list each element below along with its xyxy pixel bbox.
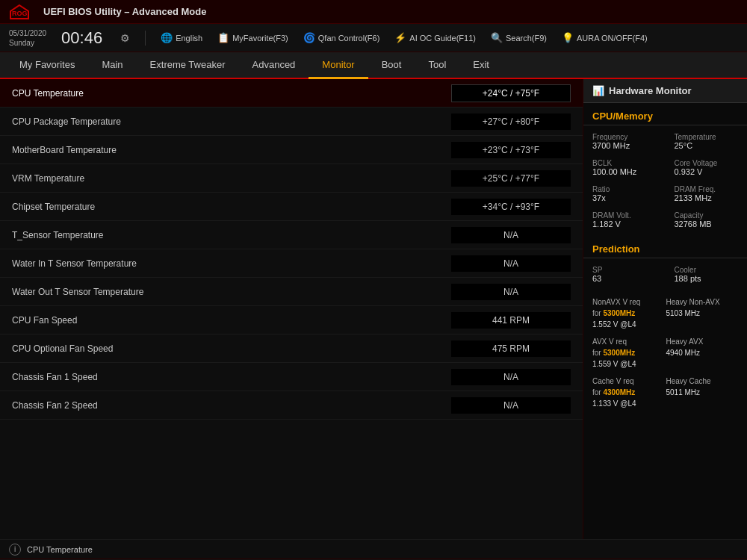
row-label: VRM Temperature bbox=[12, 173, 451, 184]
row-value: N/A bbox=[451, 255, 571, 272]
tab-tool[interactable]: Tool bbox=[415, 52, 459, 79]
hw-cell-value: 100.00 MHz bbox=[592, 167, 657, 176]
pred-side-freq: 4940 MHz bbox=[666, 349, 701, 357]
hw-pred-cell: Cooler188 pts bbox=[666, 261, 748, 287]
tab-main[interactable]: Main bbox=[88, 52, 136, 79]
monitor-row[interactable]: CPU Optional Fan Speed475 RPM bbox=[0, 335, 583, 363]
tab-boot[interactable]: Boot bbox=[368, 52, 415, 79]
hw-cell: DRAM Volt.1.182 V bbox=[583, 207, 666, 233]
aura-label: AURA ON/OFF(F4) bbox=[577, 34, 648, 43]
hw-pred-label: SP bbox=[592, 266, 657, 274]
monitor-row[interactable]: CPU Fan Speed441 RPM bbox=[0, 306, 583, 335]
pred-desc: NonAVX V req bbox=[592, 298, 640, 306]
hw-cell: DRAM Freq.2133 MHz bbox=[666, 181, 748, 207]
tab-my-favorites[interactable]: My Favorites bbox=[6, 52, 88, 79]
bios-title: UEFI BIOS Utility – Advanced Mode bbox=[43, 6, 738, 17]
monitor-row[interactable]: Water Out T Sensor TemperatureN/A bbox=[0, 278, 583, 306]
hw-pred-value: 188 pts bbox=[675, 274, 739, 283]
monitor-panel[interactable]: CPU Temperature+24°C / +75°FCPU Package … bbox=[0, 79, 583, 539]
favorite-icon: 📋 bbox=[217, 32, 229, 43]
info-text: CPU Temperature bbox=[27, 545, 93, 554]
row-value: N/A bbox=[451, 397, 571, 414]
dt-qfan[interactable]: 🌀 Qfan Control(F6) bbox=[303, 32, 380, 43]
rog-logo: ROG bbox=[9, 4, 33, 20]
row-label: Water In T Sensor Temperature bbox=[12, 258, 451, 269]
hw-cell-value: 25°C bbox=[675, 141, 739, 150]
hw-cell-value: 2133 MHz bbox=[675, 193, 739, 202]
pred-freq-label: for bbox=[592, 388, 603, 396]
tab-advanced[interactable]: Advanced bbox=[239, 52, 309, 79]
dt-aioc[interactable]: ⚡ AI OC Guide(F11) bbox=[394, 32, 476, 43]
hw-pred-value: 63 bbox=[592, 274, 657, 283]
monitor-row[interactable]: MotherBoard Temperature+23°C / +73°F bbox=[0, 136, 583, 164]
pred-side-label: Heavy Cache bbox=[666, 377, 711, 385]
row-value: +24°C / +75°F bbox=[451, 84, 571, 102]
row-label: CPU Package Temperature bbox=[12, 116, 451, 127]
globe-icon: 🌐 bbox=[161, 32, 173, 43]
hw-cell-value: 1.182 V bbox=[592, 220, 657, 228]
info-icon[interactable]: i bbox=[9, 544, 21, 556]
time-display: 00:46 bbox=[61, 28, 102, 48]
row-label: Chipset Temperature bbox=[12, 202, 451, 212]
search-icon: 🔍 bbox=[491, 32, 503, 43]
search-label: Search(F9) bbox=[506, 34, 547, 43]
monitor-row[interactable]: Chassis Fan 2 SpeedN/A bbox=[0, 391, 583, 420]
hw-cell: Capacity32768 MB bbox=[666, 207, 748, 233]
settings-icon[interactable]: ⚙ bbox=[120, 32, 130, 44]
monitor-row[interactable]: T_Sensor TemperatureN/A bbox=[0, 221, 583, 249]
pred-side-label: Heavy Non-AVX bbox=[666, 298, 720, 306]
row-value: N/A bbox=[451, 284, 571, 300]
hw-cell-label: BCLK bbox=[592, 159, 657, 167]
pred-voltage: 1.559 V @L4 bbox=[592, 360, 636, 368]
dt-aura[interactable]: 💡 AURA ON/OFF(F4) bbox=[562, 32, 648, 43]
row-label: Water Out T Sensor Temperature bbox=[12, 287, 451, 297]
info-bar: i CPU Temperature bbox=[0, 539, 747, 559]
prediction-advanced: NonAVX V req for 5300MHz 1.552 V @L4 Hea… bbox=[583, 290, 747, 415]
pred-freq: 5300MHz bbox=[603, 309, 635, 317]
tab-exit[interactable]: Exit bbox=[459, 52, 503, 79]
monitor-row[interactable]: Chipset Temperature+34°C / +93°F bbox=[0, 193, 583, 221]
row-label: CPU Temperature bbox=[12, 88, 451, 99]
dt-search[interactable]: 🔍 Search(F9) bbox=[491, 32, 547, 43]
hw-cell: Frequency3700 MHz bbox=[583, 128, 666, 155]
svg-text:ROG: ROG bbox=[12, 10, 28, 17]
hw-cell-label: Capacity bbox=[675, 211, 739, 220]
hw-pred-label: Cooler bbox=[675, 266, 739, 274]
row-value: N/A bbox=[451, 227, 571, 243]
hw-cell: Ratio37x bbox=[583, 181, 666, 207]
pred-freq-label: for bbox=[592, 349, 603, 357]
hw-cell-value: 3700 MHz bbox=[592, 141, 657, 150]
row-value: N/A bbox=[451, 369, 571, 385]
myfavorite-label: MyFavorite(F3) bbox=[232, 34, 288, 43]
prediction-grid: SP63Cooler188 pts bbox=[583, 258, 747, 290]
divider bbox=[145, 31, 146, 46]
hw-pred-advanced-row: NonAVX V req for 5300MHz 1.552 V @L4 Hea… bbox=[583, 293, 747, 333]
day-text: Sunday bbox=[9, 38, 46, 48]
pred-voltage: 1.552 V @L4 bbox=[592, 320, 636, 329]
fan-icon: 🌀 bbox=[303, 32, 315, 43]
monitor-row[interactable]: CPU Temperature+24°C / +75°F bbox=[0, 79, 583, 108]
tab-extreme-tweaker[interactable]: Extreme Tweaker bbox=[137, 52, 239, 79]
hw-pred-advanced-row: Cache V req for 4300MHz 1.133 V @L4 Heav… bbox=[583, 373, 747, 412]
pred-side-freq: 5011 MHz bbox=[666, 388, 701, 396]
dt-myfavorite[interactable]: 📋 MyFavorite(F3) bbox=[217, 32, 288, 43]
hw-cell-value: 32768 MB bbox=[675, 220, 739, 228]
monitor-row[interactable]: CPU Package Temperature+27°C / +80°F bbox=[0, 108, 583, 136]
monitor-row[interactable]: VRM Temperature+25°C / +77°F bbox=[0, 164, 583, 193]
row-label: T_Sensor Temperature bbox=[12, 230, 451, 240]
hw-cell-value: 0.932 V bbox=[675, 167, 739, 176]
pred-desc: AVX V req bbox=[592, 337, 627, 346]
hw-pred-advanced-row: AVX V req for 5300MHz 1.559 V @L4 Heavy … bbox=[583, 333, 747, 373]
hw-cell-label: DRAM Freq. bbox=[675, 185, 739, 193]
row-label: MotherBoard Temperature bbox=[12, 145, 451, 155]
qfan-label: Qfan Control(F6) bbox=[318, 34, 380, 43]
nav-bar: My Favorites Main Extreme Tweaker Advanc… bbox=[0, 52, 747, 79]
monitor-row[interactable]: Chassis Fan 1 SpeedN/A bbox=[0, 363, 583, 391]
tab-monitor[interactable]: Monitor bbox=[309, 52, 368, 79]
monitor-row[interactable]: Water In T Sensor TemperatureN/A bbox=[0, 249, 583, 278]
row-label: Chassis Fan 1 Speed bbox=[12, 372, 451, 382]
row-value: +34°C / +93°F bbox=[451, 199, 571, 215]
language-label: English bbox=[176, 34, 202, 43]
dt-language[interactable]: 🌐 English bbox=[161, 32, 202, 43]
pred-freq: 5300MHz bbox=[603, 349, 635, 357]
